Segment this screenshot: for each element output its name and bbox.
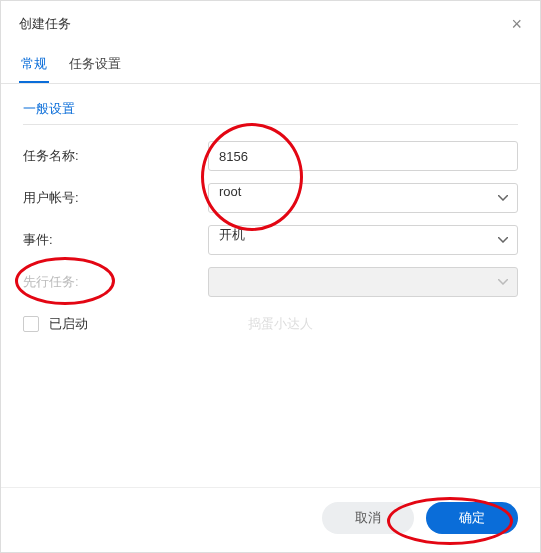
- user-select-value: root: [219, 184, 241, 199]
- event-select[interactable]: 开机: [208, 225, 518, 255]
- label-user: 用户帐号:: [23, 189, 208, 207]
- user-select[interactable]: root: [208, 183, 518, 213]
- label-pre-task: 先行任务:: [23, 273, 208, 291]
- watermark-text: 捣蛋小达人: [248, 315, 313, 333]
- event-select-value: 开机: [219, 227, 245, 242]
- tab-task-settings[interactable]: 任务设置: [67, 47, 123, 83]
- row-task-name: 任务名称:: [23, 141, 518, 171]
- section-general-title: 一般设置: [23, 100, 518, 125]
- close-icon[interactable]: ×: [511, 15, 522, 33]
- modal-footer: 取消 确定: [1, 487, 540, 552]
- task-name-input[interactable]: [208, 141, 518, 171]
- row-user: 用户帐号: root: [23, 183, 518, 213]
- tab-general[interactable]: 常规: [19, 47, 49, 83]
- row-enabled: 已启动 捣蛋小达人: [23, 315, 518, 333]
- modal-title: 创建任务: [19, 15, 71, 33]
- modal-header: 创建任务 ×: [1, 1, 540, 43]
- row-pre-task: 先行任务:: [23, 267, 518, 297]
- row-event: 事件: 开机: [23, 225, 518, 255]
- enabled-checkbox[interactable]: [23, 316, 39, 332]
- tab-bar: 常规 任务设置: [1, 47, 540, 84]
- pre-task-select: [208, 267, 518, 297]
- create-task-modal: 创建任务 × 常规 任务设置 一般设置 任务名称: 用户帐号: root 事件:…: [0, 0, 541, 553]
- label-enabled: 已启动: [49, 315, 88, 333]
- label-event: 事件:: [23, 231, 208, 249]
- ok-button[interactable]: 确定: [426, 502, 518, 534]
- cancel-button[interactable]: 取消: [322, 502, 414, 534]
- label-task-name: 任务名称:: [23, 147, 208, 165]
- modal-body: 一般设置 任务名称: 用户帐号: root 事件: 开机 先行任务:: [1, 84, 540, 487]
